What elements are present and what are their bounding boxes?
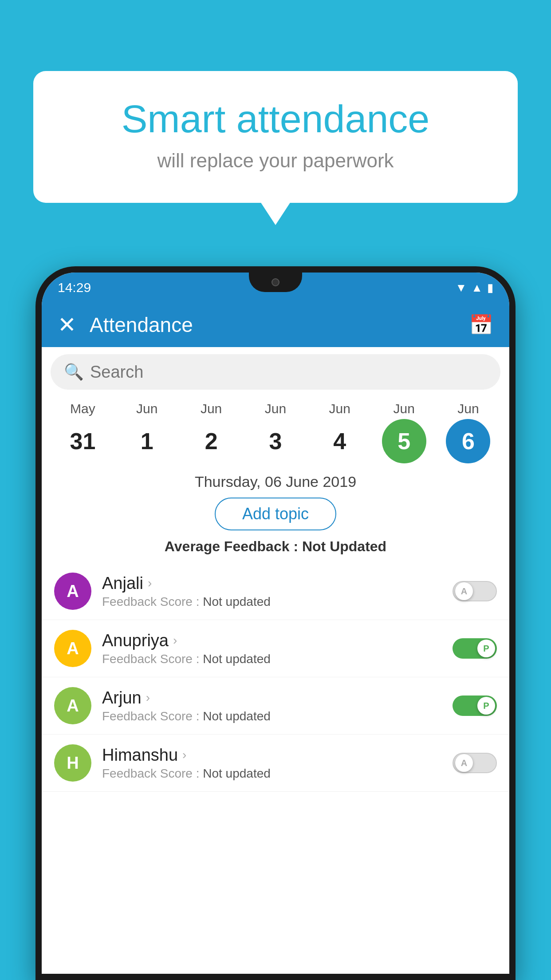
toggle-knob: P	[477, 697, 495, 715]
date-month: Jun	[201, 401, 222, 416]
avatar: A	[54, 687, 91, 724]
date-month: Jun	[457, 401, 479, 416]
date-number[interactable]: 4	[318, 419, 362, 463]
toggle-knob: P	[477, 640, 495, 657]
battery-icon: ▮	[487, 281, 493, 295]
app-bar: ✕ Attendance 📅	[42, 303, 509, 347]
speech-bubble-heading: Smart attendance	[55, 98, 496, 141]
student-name: Anupriya›	[102, 631, 453, 650]
date-month: Jun	[393, 401, 414, 416]
student-info: Arjun›Feedback Score : Not updated	[102, 688, 453, 723]
close-button[interactable]: ✕	[58, 312, 76, 338]
date-number[interactable]: 2	[189, 419, 233, 463]
student-info: Himanshu›Feedback Score : Not updated	[102, 746, 453, 781]
phone-frame: 14:29 ▼ ▲ ▮ ✕ Attendance 📅 🔍 May31Jun1Ju…	[35, 266, 516, 980]
date-item[interactable]: Jun3	[247, 401, 304, 463]
date-number[interactable]: 31	[60, 419, 105, 463]
app-title: Attendance	[90, 313, 469, 337]
date-month: May	[70, 401, 95, 416]
status-time: 14:29	[58, 280, 91, 295]
wifi-icon: ▼	[456, 281, 467, 295]
search-bar[interactable]: 🔍	[51, 354, 500, 390]
student-name: Himanshu›	[102, 746, 453, 765]
student-feedback: Feedback Score : Not updated	[102, 595, 453, 609]
avg-feedback-value: Not Updated	[302, 538, 386, 554]
student-info: Anjali›Feedback Score : Not updated	[102, 574, 453, 609]
date-item[interactable]: Jun4	[311, 401, 369, 463]
date-item[interactable]: Jun5	[375, 401, 433, 463]
search-icon: 🔍	[64, 363, 84, 381]
date-number[interactable]: 3	[253, 419, 298, 463]
student-item[interactable]: AAnupriya›Feedback Score : Not updatedP	[42, 620, 509, 677]
signal-icon: ▲	[471, 281, 483, 295]
attendance-toggle[interactable]: A	[453, 753, 497, 773]
student-item[interactable]: AAnjali›Feedback Score : Not updatedA	[42, 563, 509, 620]
date-item[interactable]: Jun2	[182, 401, 240, 463]
notch	[249, 273, 302, 292]
date-number[interactable]: 5	[382, 419, 426, 463]
attendance-toggle[interactable]: A	[453, 581, 497, 601]
avg-feedback: Average Feedback : Not Updated	[42, 530, 509, 563]
front-camera	[272, 278, 279, 286]
date-number[interactable]: 6	[446, 419, 490, 463]
phone-screen: 14:29 ▼ ▲ ▮ ✕ Attendance 📅 🔍 May31Jun1Ju…	[42, 273, 509, 974]
date-month: Jun	[329, 401, 350, 416]
attendance-toggle[interactable]: P	[453, 638, 497, 659]
toggle-knob: A	[455, 754, 473, 772]
search-input[interactable]	[90, 363, 487, 382]
selected-date-label: Thursday, 06 June 2019	[42, 463, 509, 498]
date-item[interactable]: May31	[54, 401, 111, 463]
avatar: H	[54, 744, 91, 782]
date-strip: May31Jun1Jun2Jun3Jun4Jun5Jun6	[42, 397, 509, 463]
student-item[interactable]: AArjun›Feedback Score : Not updatedP	[42, 677, 509, 735]
student-feedback: Feedback Score : Not updated	[102, 767, 453, 781]
avatar: A	[54, 573, 91, 610]
student-name: Arjun›	[102, 688, 453, 707]
speech-bubble-subtext: will replace your paperwork	[55, 150, 496, 172]
chevron-icon: ›	[148, 576, 152, 590]
status-bar: 14:29 ▼ ▲ ▮	[42, 273, 509, 303]
student-info: Anupriya›Feedback Score : Not updated	[102, 631, 453, 666]
student-item[interactable]: HHimanshu›Feedback Score : Not updatedA	[42, 735, 509, 792]
student-feedback: Feedback Score : Not updated	[102, 652, 453, 666]
date-month: Jun	[136, 401, 157, 416]
toggle-knob: A	[455, 582, 473, 600]
student-name: Anjali›	[102, 574, 453, 593]
chevron-icon: ›	[173, 633, 177, 648]
add-topic-button[interactable]: Add topic	[215, 498, 336, 530]
student-feedback: Feedback Score : Not updated	[102, 709, 453, 723]
speech-bubble: Smart attendance will replace your paper…	[33, 71, 518, 203]
chevron-icon: ›	[182, 748, 186, 762]
avg-feedback-label: Average Feedback :	[165, 538, 298, 554]
date-item[interactable]: Jun6	[439, 401, 497, 463]
attendance-toggle[interactable]: P	[453, 695, 497, 716]
avatar: A	[54, 630, 91, 667]
calendar-icon[interactable]: 📅	[469, 313, 493, 336]
date-number[interactable]: 1	[125, 419, 169, 463]
status-icons: ▼ ▲ ▮	[456, 281, 493, 295]
date-item[interactable]: Jun1	[118, 401, 176, 463]
chevron-icon: ›	[146, 691, 150, 705]
student-list: AAnjali›Feedback Score : Not updatedAAAn…	[42, 563, 509, 792]
date-month: Jun	[265, 401, 286, 416]
